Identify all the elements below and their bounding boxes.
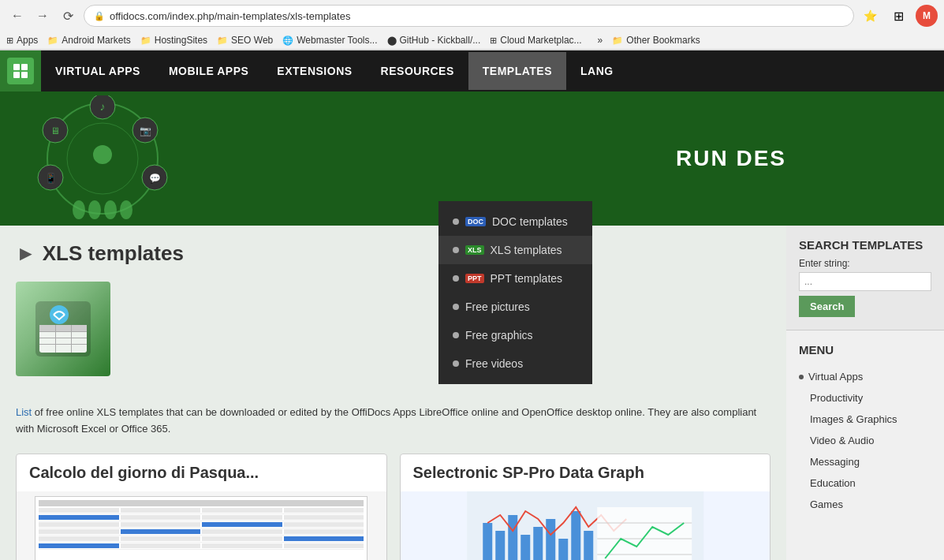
menu-item-messaging[interactable]: Messaging xyxy=(799,451,931,472)
svg-rect-32 xyxy=(495,531,505,560)
svg-text:♪: ♪ xyxy=(100,100,106,113)
svg-point-18 xyxy=(88,200,101,219)
bookmark-cloud[interactable]: ⊞ Cloud Marketplac... xyxy=(490,35,581,46)
card-title-0: Calcolo del giorno di Pasqua... xyxy=(17,454,386,491)
bookmark-hosting[interactable]: 📁 HostingSites xyxy=(140,35,207,46)
template-card-0[interactable]: Calcolo del giorno di Pasqua... xyxy=(16,454,387,560)
bullet-icon xyxy=(453,218,459,225)
menu-item-productivity[interactable]: Productivity xyxy=(799,387,931,409)
page-description: List of free online XLS templates that c… xyxy=(16,405,770,438)
svg-text:💬: 💬 xyxy=(149,172,161,184)
browser-chrome: ← → ⟳ 🔒 offidocs.com/index.php/main-temp… xyxy=(0,0,944,50)
svg-rect-36 xyxy=(546,519,555,560)
card-thumb-1 xyxy=(401,491,770,560)
bookmark-apps[interactable]: ⊞ Apps xyxy=(6,35,38,46)
doc-badge: DOC xyxy=(465,217,486,226)
svg-rect-2 xyxy=(13,72,20,78)
bookmark-other[interactable]: 📁 Other Bookmarks xyxy=(612,35,700,46)
menu-item-images-graphics[interactable]: Images & Graphics xyxy=(799,409,931,430)
dropdown-doc-templates[interactable]: DOC DOC templates xyxy=(438,207,592,236)
xls-badge: XLS xyxy=(465,245,484,255)
bookmarks-bar: ⊞ Apps 📁 Android Markets 📁 HostingSites … xyxy=(0,32,944,50)
xls-icon xyxy=(16,282,110,376)
ppt-badge: PPT xyxy=(465,274,484,283)
hero-illustration: ♪ 📷 💬 🖥 📱 xyxy=(0,91,205,226)
svg-rect-28 xyxy=(71,325,72,353)
svg-text:📷: 📷 xyxy=(140,125,151,136)
site-logo[interactable] xyxy=(0,50,41,91)
svg-rect-3 xyxy=(21,72,28,78)
dropdown-free-videos[interactable]: Free videos xyxy=(438,349,592,378)
svg-rect-23 xyxy=(39,325,87,331)
search-title: SEARCH TEMPLATES xyxy=(799,238,931,252)
template-card-1[interactable]: Selectronic SP-Pro Data Graph xyxy=(400,454,771,560)
svg-rect-27 xyxy=(55,325,56,353)
templates-dropdown: DOC DOC templates XLS XLS templates PPT … xyxy=(438,201,592,384)
menu-dot-icon xyxy=(799,375,804,379)
search-button[interactable]: Search xyxy=(799,296,855,317)
back-button[interactable]: ← xyxy=(6,5,28,27)
bookmark-android[interactable]: 📁 Android Markets xyxy=(47,35,130,46)
svg-text:📱: 📱 xyxy=(45,172,57,184)
free-videos-label: Free videos xyxy=(465,357,523,370)
xls-templates-label: XLS templates xyxy=(491,244,562,256)
bookmark-webmaster[interactable]: 🌐 Webmaster Tools... xyxy=(282,35,377,46)
address-bar[interactable]: 🔒 offidocs.com/index.php/main-templates/… xyxy=(84,5,854,27)
nav-virtual-apps[interactable]: VIRTUAL APPS xyxy=(41,52,155,90)
svg-point-29 xyxy=(50,305,69,324)
nav-extensions[interactable]: EXTENSIONS xyxy=(263,52,366,90)
search-label: Enter string: xyxy=(799,258,931,269)
free-graphics-label: Free graphics xyxy=(465,329,533,342)
profile-icon[interactable]: M xyxy=(916,5,938,27)
svg-point-16 xyxy=(93,145,112,164)
extensions-icon[interactable]: ⊞ xyxy=(887,5,909,27)
svg-rect-24 xyxy=(39,331,87,332)
search-input[interactable] xyxy=(799,272,931,291)
page-wrapper: ♪ 📷 💬 🖥 📱 RUN DES xyxy=(0,91,944,560)
nav-resources[interactable]: RESOURCES xyxy=(367,52,468,90)
dropdown-free-pictures[interactable]: Free pictures xyxy=(438,293,592,321)
svg-rect-26 xyxy=(39,344,87,345)
content-area: ► XLS templates xyxy=(0,226,786,560)
menu-title: MENU xyxy=(799,343,931,357)
card-thumb-0 xyxy=(17,491,386,560)
ppt-templates-label: PPT templates xyxy=(491,272,563,285)
bookmark-github[interactable]: ⬤ GitHub - Kickball/... xyxy=(387,35,481,46)
reload-button[interactable]: ⟳ xyxy=(57,5,79,27)
svg-rect-1 xyxy=(21,64,28,70)
svg-point-20 xyxy=(120,200,132,219)
url-display: offidocs.com/index.php/main-templates/xl… xyxy=(110,10,844,22)
dropdown-xls-templates[interactable]: XLS XLS templates xyxy=(438,236,592,264)
search-section: SEARCH TEMPLATES Enter string: Search xyxy=(786,226,944,330)
menu-item-education[interactable]: Education xyxy=(799,472,931,494)
svg-text:🖥: 🖥 xyxy=(50,125,60,136)
dropdown-ppt-templates[interactable]: PPT PPT templates xyxy=(438,264,592,293)
nav-templates[interactable]: TEMPLATES xyxy=(468,52,566,90)
logo-icon xyxy=(7,58,34,84)
menu-item-video-audio[interactable]: Video & Audio xyxy=(799,430,931,451)
menu-item-virtual-apps[interactable]: Virtual Apps xyxy=(799,366,931,387)
forward-button[interactable]: → xyxy=(32,5,54,27)
bullet-icon xyxy=(453,360,459,367)
nav-mobile-apps[interactable]: MOBILE APPS xyxy=(155,52,263,90)
main-nav: VIRTUAL APPS MOBILE APPS EXTENSIONS RESO… xyxy=(41,52,628,90)
card-title-1: Selectronic SP-Pro Data Graph xyxy=(401,454,770,491)
sidebar: SEARCH TEMPLATES Enter string: Search ME… xyxy=(786,226,944,560)
bookmark-seo[interactable]: 📁 SEO Web xyxy=(217,35,273,46)
xls-icon-area xyxy=(16,282,770,392)
menu-section: MENU Virtual Apps Productivity Images & … xyxy=(786,330,944,528)
free-pictures-label: Free pictures xyxy=(465,301,530,313)
bullet-icon xyxy=(453,247,459,253)
page-title: ► XLS templates xyxy=(16,241,770,266)
dropdown-free-graphics[interactable]: Free graphics xyxy=(438,321,592,349)
list-link[interactable]: List xyxy=(16,406,32,418)
svg-point-19 xyxy=(104,200,117,219)
svg-rect-38 xyxy=(571,511,580,560)
bookmark-star-icon[interactable]: ⭐ xyxy=(859,5,881,27)
spreadsheet-preview xyxy=(35,496,368,560)
bookmark-more[interactable]: » xyxy=(598,35,603,46)
bullet-icon xyxy=(453,332,459,338)
hero-text: RUN DES xyxy=(676,146,786,171)
menu-item-games[interactable]: Games xyxy=(799,494,931,515)
nav-lang[interactable]: LANG xyxy=(566,52,628,90)
